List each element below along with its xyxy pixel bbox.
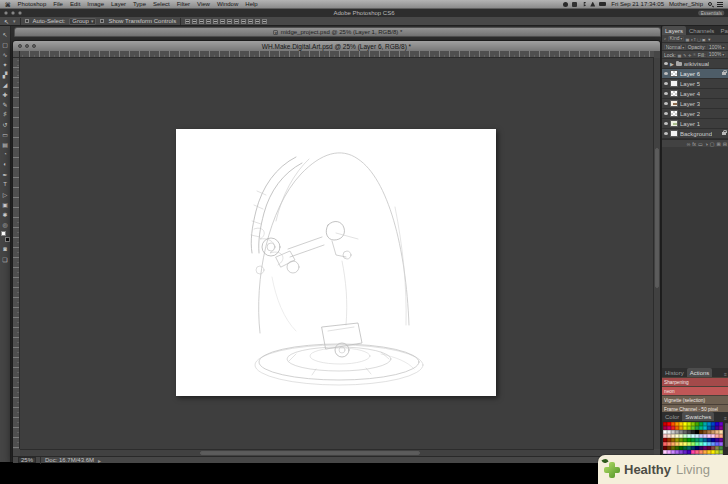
- close-tab-icon[interactable]: ✕: [273, 30, 278, 35]
- actions-panel-menu-icon[interactable]: ≡: [724, 371, 727, 377]
- background-document-titlebar[interactable]: ✕ midge_project.psd @ 25% (Layer 1, RGB/…: [14, 27, 661, 37]
- background-color-swatch[interactable]: [5, 237, 10, 242]
- apple-menu-icon[interactable]: ⌘: [5, 1, 11, 8]
- hand-tool[interactable]: ✱: [0, 209, 11, 219]
- layer-thumbnail[interactable]: [670, 130, 678, 137]
- quick-mask-button[interactable]: ◙: [0, 244, 11, 254]
- menu-item-view[interactable]: View: [197, 1, 210, 7]
- layers-tab-layers[interactable]: Layers: [662, 26, 686, 35]
- action-button-neon[interactable]: neon: [662, 387, 728, 395]
- visibility-eye-icon[interactable]: [664, 82, 668, 85]
- menu-item-file[interactable]: File: [53, 1, 63, 7]
- zoom-level-field[interactable]: 25%: [18, 457, 36, 463]
- clone-stamp-tool[interactable]: ♯: [0, 109, 11, 119]
- layer-thumbnail[interactable]: [670, 110, 678, 117]
- adjustment-layer-icon[interactable]: ◑: [705, 141, 708, 147]
- action-button-vignette-selection-[interactable]: Vignette (selection): [662, 396, 728, 404]
- actions-tab-history[interactable]: History: [662, 368, 687, 377]
- visibility-eye-icon[interactable]: [664, 62, 668, 65]
- healing-brush-tool[interactable]: ✚: [0, 89, 11, 99]
- menu-item-select[interactable]: Select: [153, 1, 170, 7]
- lock-position-icon[interactable]: ✛: [688, 52, 691, 57]
- distribute-vertical-center-button[interactable]: [234, 19, 239, 24]
- blur-tool[interactable]: ◔: [0, 149, 11, 159]
- auto-select-checkbox[interactable]: [25, 19, 29, 23]
- visibility-eye-icon[interactable]: [664, 122, 668, 125]
- align-right-button[interactable]: [220, 19, 225, 24]
- swatches-tab-color[interactable]: Color: [662, 412, 682, 421]
- layer-thumbnail[interactable]: [670, 120, 678, 127]
- layer-thumbnail[interactable]: [670, 100, 678, 107]
- gradient-tool[interactable]: ▤: [0, 139, 11, 149]
- layers-tab-channels[interactable]: Channels: [686, 26, 717, 35]
- canvas[interactable]: [176, 129, 496, 396]
- swatches-tab-swatches[interactable]: Swatches: [682, 412, 714, 421]
- screen-mode-button[interactable]: ❏: [0, 254, 11, 264]
- lock-pixels-icon[interactable]: ✎: [683, 52, 686, 57]
- menu-item-photoshop[interactable]: Photoshop: [18, 1, 47, 7]
- distribute-right-button[interactable]: [262, 19, 267, 24]
- type-tool[interactable]: T: [0, 179, 11, 189]
- filter-kind-dropdown[interactable]: Kind▾: [668, 36, 684, 41]
- menu-item-filter[interactable]: Filter: [177, 1, 190, 7]
- eyedropper-tool[interactable]: ◢: [0, 79, 11, 89]
- history-brush-tool[interactable]: ↺: [0, 119, 11, 129]
- pixel-layer-filter-icon[interactable]: ▦: [686, 36, 690, 41]
- document-titlebar[interactable]: WH.Make.Digital.Art.psd @ 25% (Layer 6, …: [13, 41, 660, 51]
- workspace-switcher[interactable]: Essentials: [698, 11, 724, 16]
- lasso-tool[interactable]: ∿: [0, 49, 11, 59]
- shape-tool[interactable]: ▣: [0, 199, 11, 209]
- visibility-eye-icon[interactable]: [664, 92, 668, 95]
- visibility-eye-icon[interactable]: [664, 102, 668, 105]
- layer-thumbnail[interactable]: [670, 70, 678, 77]
- fill-field[interactable]: 100%▾: [707, 52, 726, 57]
- zoom-tool[interactable]: ◎: [0, 219, 11, 229]
- layer-thumbnail[interactable]: [670, 80, 678, 87]
- type-layer-filter-icon[interactable]: T: [694, 36, 697, 41]
- new-layer-icon[interactable]: ⊞: [717, 141, 721, 147]
- align-horizontal-center-button[interactable]: [213, 19, 218, 24]
- menu-item-type[interactable]: Type: [133, 1, 146, 7]
- status-options-arrow[interactable]: ▸: [98, 457, 101, 464]
- distribute-top-button[interactable]: [227, 19, 232, 24]
- bluetooth-icon[interactable]: [581, 2, 586, 7]
- foreground-color-swatch[interactable]: [1, 231, 6, 236]
- align-bottom-button[interactable]: [199, 19, 204, 24]
- visibility-eye-icon[interactable]: [664, 72, 668, 75]
- distribute-horizontal-center-button[interactable]: [255, 19, 260, 24]
- lock-transparent-icon[interactable]: ▦: [677, 52, 681, 57]
- menu-user[interactable]: Mother_Ship: [669, 1, 703, 7]
- expand-group-icon[interactable]: ▶: [670, 61, 674, 67]
- smart-object-filter-icon[interactable]: ▣: [702, 36, 706, 41]
- auto-select-dropdown[interactable]: Group▾: [69, 18, 96, 25]
- visibility-eye-icon[interactable]: [664, 132, 668, 135]
- move-tool[interactable]: ↖: [0, 29, 11, 39]
- show-transform-checkbox[interactable]: [100, 19, 104, 23]
- menu-item-layer[interactable]: Layer: [111, 1, 126, 7]
- layer-row-background[interactable]: Background: [662, 129, 728, 139]
- marquee-tool[interactable]: ▢: [0, 39, 11, 49]
- layers-tab-paths[interactable]: Paths: [717, 26, 728, 35]
- dodge-tool[interactable]: ◐: [0, 159, 11, 169]
- align-left-button[interactable]: [206, 19, 211, 24]
- vertical-scrollbar[interactable]: [653, 58, 660, 449]
- action-button-sharpening[interactable]: Sharpening: [662, 378, 728, 386]
- battery-icon[interactable]: [599, 2, 606, 6]
- distribute-left-button[interactable]: [248, 19, 253, 24]
- eraser-tool[interactable]: ▭: [0, 129, 11, 139]
- menu-clock[interactable]: Fri Sep 21 17:34:05: [611, 1, 664, 7]
- layer-row-layer-3[interactable]: Layer 3: [662, 99, 728, 109]
- wifi-icon[interactable]: [590, 2, 595, 7]
- horizontal-scrollbar[interactable]: [20, 449, 654, 456]
- actions-tab-actions[interactable]: Actions: [687, 368, 713, 377]
- layer-mask-icon[interactable]: ▭: [698, 141, 703, 147]
- align-top-button[interactable]: [185, 19, 190, 24]
- menu-item-window[interactable]: Window: [217, 1, 238, 7]
- canvas-viewport[interactable]: [20, 58, 654, 449]
- delete-layer-icon[interactable]: ⊟: [723, 141, 727, 147]
- filter-toggle-icon[interactable]: ▼: [707, 36, 711, 41]
- foreground-background-colors[interactable]: [1, 231, 10, 242]
- align-vertical-center-button[interactable]: [192, 19, 197, 24]
- spotlight-icon[interactable]: [708, 2, 712, 6]
- layer-row-layer-6[interactable]: Layer 6: [662, 69, 728, 79]
